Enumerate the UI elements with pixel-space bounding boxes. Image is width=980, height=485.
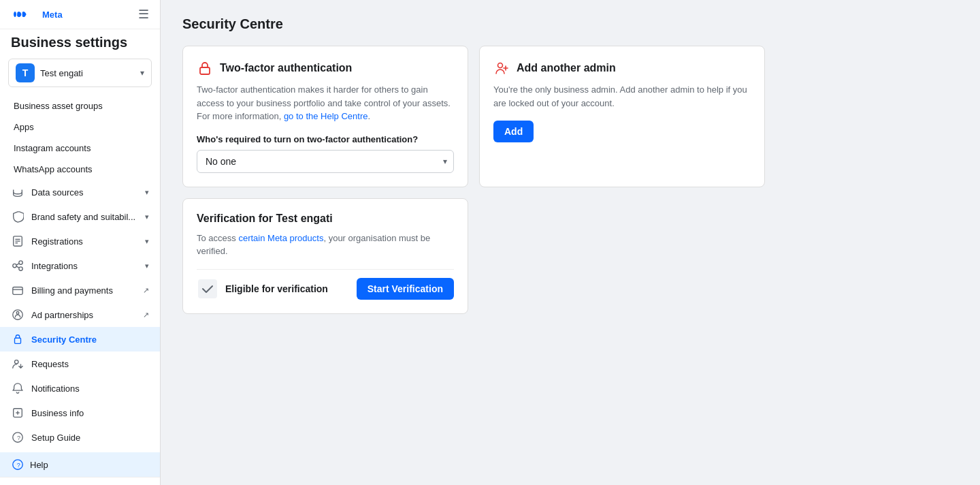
registrations-icon <box>11 234 24 248</box>
add-admin-card-header: Add another admin <box>493 60 751 76</box>
help-icon: ? <box>11 458 24 471</box>
svg-line-8 <box>16 264 19 265</box>
chevron-right-icon: ▾ <box>145 262 149 270</box>
chevron-right-icon: ▾ <box>145 213 149 221</box>
sidebar-item-brand-safety[interactable]: Brand safety and suitabil... ▾ <box>0 204 160 229</box>
sidebar-item-integrations[interactable]: Integrations ▾ <box>0 253 160 278</box>
brand-safety-icon <box>11 210 24 223</box>
sidebar-item-billing-payments[interactable]: Billing and payments ↗ <box>0 278 160 302</box>
svg-line-9 <box>16 266 19 268</box>
svg-point-6 <box>19 261 22 264</box>
svg-text:?: ? <box>17 435 20 441</box>
svg-point-5 <box>13 264 16 267</box>
sidebar-footer <box>0 477 160 485</box>
requests-icon <box>11 357 24 371</box>
sidebar-header: Meta ☰ <box>0 0 160 29</box>
sidebar: Meta ☰ Business settings T Test engati ▾… <box>0 0 161 485</box>
two-factor-card: Two-factor authentication Two-factor aut… <box>182 46 468 187</box>
meta-products-link[interactable]: certain Meta products <box>238 233 323 243</box>
two-factor-card-header: Two-factor authentication <box>197 60 454 76</box>
avatar: T <box>16 63 35 82</box>
svg-point-7 <box>19 267 22 270</box>
verification-card-header: Verification for Test engati <box>197 213 454 225</box>
sidebar-item-registrations[interactable]: Registrations ▾ <box>0 229 160 253</box>
start-verification-button[interactable]: Start Verification <box>357 278 454 300</box>
add-admin-card: Add another admin You're the only busine… <box>479 46 765 187</box>
sidebar-item-instagram-accounts[interactable]: Instagram accounts <box>0 138 160 159</box>
verification-desc: To access certain Meta products, your or… <box>197 232 454 258</box>
two-factor-select-wrapper: No one All users Admins only ▾ <box>197 150 454 173</box>
svg-rect-14 <box>15 338 21 343</box>
sidebar-item-data-sources[interactable]: Data sources ▾ <box>0 180 160 204</box>
lock-icon <box>197 60 213 76</box>
external-link-icon: ↗ <box>143 286 149 295</box>
external-link-icon: ↗ <box>143 311 149 319</box>
svg-point-15 <box>15 360 18 364</box>
account-selector[interactable]: T Test engati ▾ <box>8 59 152 87</box>
card-divider <box>197 269 454 270</box>
sidebar-item-business-info[interactable]: Business info <box>0 401 160 425</box>
add-admin-title: Add another admin <box>517 62 616 74</box>
business-info-icon <box>11 406 24 420</box>
verification-title: Verification for Test engati <box>197 213 333 225</box>
sidebar-item-ad-partnerships[interactable]: Ad partnerships ↗ <box>0 302 160 327</box>
billing-icon <box>11 283 24 297</box>
verification-row: Eligible for verification Start Verifica… <box>197 278 454 300</box>
sidebar-item-apps[interactable]: Apps <box>0 116 160 138</box>
ad-partnerships-icon <box>11 308 24 322</box>
verification-card: Verification for Test engati To access c… <box>182 198 468 314</box>
help-centre-link[interactable]: go to the Help Centre <box>284 111 368 121</box>
svg-rect-34 <box>198 279 217 298</box>
security-icon <box>11 332 24 346</box>
sidebar-item-whatsapp-accounts[interactable]: WhatsApp accounts <box>0 159 160 180</box>
sidebar-item-notifications[interactable]: Notifications <box>0 376 160 401</box>
account-name: Test engati <box>40 68 135 78</box>
meta-logo-text: Meta <box>42 10 63 20</box>
cards-row-top: Two-factor authentication Two-factor aut… <box>182 46 958 187</box>
sidebar-item-business-asset-groups[interactable]: Business asset groups <box>0 95 160 116</box>
integrations-icon <box>11 259 24 272</box>
meta-logo: Meta <box>11 9 63 20</box>
chevron-down-icon: ▾ <box>140 68 144 78</box>
sidebar-item-requests[interactable]: Requests <box>0 351 160 376</box>
chevron-right-icon: ▾ <box>145 237 149 246</box>
person-add-icon <box>493 60 510 76</box>
notifications-icon <box>11 381 24 395</box>
two-factor-desc: Two-factor authentication makes it harde… <box>197 83 454 123</box>
sidebar-item-setup-guide[interactable]: ? Setup Guide <box>0 425 160 450</box>
data-sources-icon <box>11 185 24 199</box>
verified-badge-icon <box>197 278 218 300</box>
main-content: Security Centre Two-factor authenticatio… <box>161 0 980 485</box>
svg-text:?: ? <box>17 462 20 469</box>
sidebar-nav: Business asset groups Apps Instagram acc… <box>0 93 160 452</box>
two-factor-question: Who's required to turn on two-factor aut… <box>197 134 454 144</box>
page-title: Security Centre <box>182 16 958 32</box>
sidebar-item-security-centre[interactable]: Security Centre <box>0 327 160 351</box>
two-factor-title: Two-factor authentication <box>220 62 352 74</box>
svg-point-13 <box>16 312 19 315</box>
svg-rect-10 <box>13 287 22 295</box>
setup-guide-icon: ? <box>11 431 24 444</box>
help-label: Help <box>30 460 48 470</box>
sidebar-item-help[interactable]: ? Help <box>0 452 160 477</box>
add-admin-button[interactable]: Add <box>493 121 534 142</box>
sidebar-title: Business settings <box>0 29 160 59</box>
svg-point-31 <box>498 63 503 68</box>
add-admin-desc: You're the only business admin. Add anot… <box>493 83 751 110</box>
chevron-right-icon: ▾ <box>145 188 149 197</box>
two-factor-select[interactable]: No one All users Admins only <box>197 150 454 173</box>
svg-rect-30 <box>200 67 210 74</box>
verification-status-label: Eligible for verification <box>225 283 350 294</box>
hamburger-button[interactable]: ☰ <box>138 7 149 22</box>
